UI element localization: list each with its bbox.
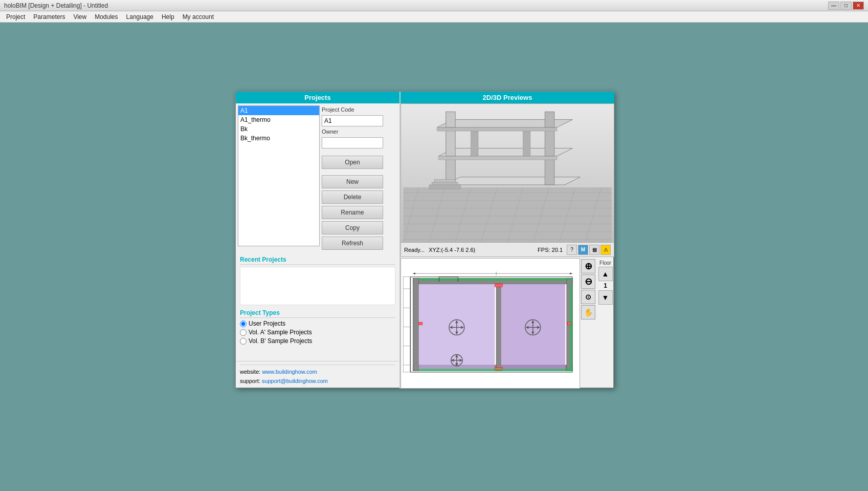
owner-label: Owner (322, 129, 397, 135)
svg-marker-20 (439, 156, 557, 160)
menubar: Project Parameters View Modules Language… (0, 11, 868, 23)
svg-rect-22 (545, 127, 554, 156)
minimize-button[interactable]: — (828, 2, 839, 10)
project-item-bkthermo[interactable]: Bk_thermo (238, 134, 319, 143)
new-button[interactable]: New (322, 175, 383, 188)
svg-rect-28 (545, 112, 554, 127)
radio-user-projects[interactable]: User Projects (240, 320, 395, 327)
project-listbox[interactable]: A1 A1_thermo Bk Bk_thermo (238, 105, 320, 246)
maximize-button[interactable]: □ (840, 2, 852, 10)
window-controls: — □ ✕ (828, 2, 864, 10)
project-item-bk[interactable]: Bk (238, 124, 319, 134)
status-icons: ? M ▦ ⚠ (567, 245, 611, 255)
menu-view[interactable]: View (69, 12, 91, 22)
rename-button[interactable]: Rename (322, 206, 383, 219)
floor-up-button[interactable]: ▲ (598, 267, 613, 281)
website-url[interactable]: www.buildinghow.com (262, 369, 317, 375)
floor-label: Floor (599, 260, 611, 266)
svg-rect-0 (403, 187, 612, 242)
menu-help[interactable]: Help (158, 12, 179, 22)
zoom-in-button[interactable]: ⊕ (581, 259, 595, 273)
floor-controls: Floor ▲ 1 ▼ (596, 258, 614, 389)
titlebar: holoBIM [Design + Detailing] - Untitled … (0, 0, 868, 11)
svg-rect-31 (429, 185, 460, 189)
preview-2d[interactable] (400, 258, 580, 389)
support-label: support: (240, 378, 260, 384)
previews-panel-header: 2D/3D Previews (400, 92, 614, 103)
support-email[interactable]: support@buildinghow.com (262, 378, 328, 384)
app-title: holoBIM [Design + Detailing] - Untitled (4, 2, 828, 9)
menu-parameters[interactable]: Parameters (29, 12, 69, 22)
status-bar: Ready... XYZ:(-5.4 -7.6 2.6) FPS: 20.1 ?… (401, 242, 614, 257)
status-text: Ready... (404, 247, 425, 253)
svg-rect-49 (418, 322, 422, 325)
floor-down-button[interactable]: ▼ (598, 290, 613, 305)
mode-icon[interactable]: M (578, 245, 588, 255)
recent-projects-list[interactable] (240, 267, 395, 305)
zoom-controls: ⊕ ⊖ ⊙ ✋ (580, 258, 596, 389)
svg-rect-24 (523, 127, 530, 156)
svg-rect-18 (545, 156, 554, 185)
svg-rect-23 (471, 127, 478, 156)
recent-projects-section: Recent Projects (236, 254, 399, 307)
radio-vol-b[interactable]: Vol. B' Sample Projects (240, 337, 395, 345)
svg-rect-44 (496, 284, 501, 371)
project-code-label: Project Code (322, 106, 397, 113)
projects-panel: Projects A1 A1_thermo Bk Bk_thermo Proje… (236, 92, 399, 389)
refresh-button[interactable]: Refresh (322, 237, 383, 250)
owner-input[interactable] (322, 137, 383, 148)
svg-rect-27 (446, 112, 455, 127)
footer-links: website: www.buildinghow.com support: su… (236, 361, 399, 389)
zoom-fit-button[interactable]: ⊙ (581, 290, 595, 304)
svg-marker-16 (445, 177, 581, 185)
svg-rect-53 (418, 369, 572, 371)
menu-project[interactable]: Project (2, 12, 29, 22)
project-types-section: Project Types User Projects Vol. A' Samp… (236, 307, 399, 348)
zoom-tool-button[interactable]: ✋ (581, 305, 595, 319)
svg-rect-42 (413, 279, 418, 371)
previews-panel: 2D/3D Previews (400, 92, 614, 389)
svg-marker-26 (437, 127, 557, 131)
layers-icon[interactable]: ▦ (589, 245, 599, 255)
radio-vol-a[interactable]: Vol. A' Sample Projects (240, 329, 395, 336)
open-button[interactable]: Open (322, 156, 383, 169)
project-item-a1[interactable]: A1 (238, 106, 319, 115)
close-button[interactable]: ✕ (853, 2, 864, 10)
warning-icon[interactable]: ⚠ (600, 245, 611, 255)
project-right-panel: Project Code Owner Open New Delete Renam… (322, 105, 397, 250)
main-dialog: Projects A1 A1_thermo Bk Bk_thermo Proje… (235, 91, 614, 388)
menu-language[interactable]: Language (122, 12, 158, 22)
svg-rect-47 (495, 284, 502, 287)
svg-rect-51 (570, 284, 572, 371)
svg-rect-52 (418, 279, 572, 281)
floor-value: 1 (604, 282, 607, 289)
projects-panel-header: Projects (236, 92, 399, 103)
menu-modules[interactable]: Modules (91, 12, 122, 22)
preview-3d[interactable]: Ready... XYZ:(-5.4 -7.6 2.6) FPS: 20.1 ?… (400, 103, 614, 257)
menu-myaccount[interactable]: My account (179, 12, 218, 22)
copy-button[interactable]: Copy (322, 221, 383, 234)
website-label: website: (240, 369, 260, 375)
coords-text: XYZ:(-5.4 -7.6 2.6) (429, 247, 475, 253)
recent-projects-title: Recent Projects (240, 256, 395, 265)
help-icon[interactable]: ? (567, 245, 577, 255)
project-types-title: Project Types (240, 309, 395, 318)
3d-canvas (401, 104, 614, 242)
fps-text: FPS: 20.1 (538, 247, 563, 253)
project-list-area: A1 A1_thermo Bk Bk_thermo Project Code O… (236, 103, 399, 252)
delete-button[interactable]: Delete (322, 190, 383, 204)
svg-rect-21 (446, 127, 455, 156)
zoom-out-button[interactable]: ⊖ (581, 274, 595, 289)
building-3d-svg (401, 104, 614, 242)
floorplan-svg (401, 259, 580, 388)
preview-2d-container: ⊕ ⊖ ⊙ ✋ Floor ▲ 1 ▼ (400, 258, 614, 389)
project-item-a1thermo[interactable]: A1_thermo (238, 115, 319, 124)
project-code-input[interactable] (322, 115, 383, 126)
